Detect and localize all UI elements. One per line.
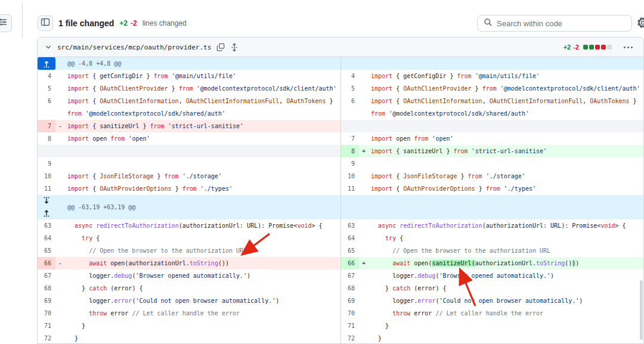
- diff-row: 67 logger.debug('Browser opened automati…: [38, 269, 643, 282]
- code-line: }: [369, 320, 643, 332]
- line-number[interactable]: 9: [38, 157, 55, 170]
- kebab-menu-icon[interactable]: [623, 44, 634, 51]
- line-number[interactable]: 68: [38, 282, 55, 295]
- chevron-down-icon[interactable]: [45, 44, 52, 51]
- file-path[interactable]: src/main/services/mcp/oauth/provider.ts: [57, 44, 211, 51]
- diff-row: 6import { OAuthClientInformation, OAuthC…: [38, 95, 643, 107]
- line-number[interactable]: 5: [38, 82, 55, 95]
- line-number[interactable]: 66: [340, 257, 359, 269]
- scrollbar-thumb[interactable]: [640, 280, 643, 340]
- line-number[interactable]: 64: [38, 232, 55, 244]
- code-line: import { JsonFileStorage } from './stora…: [65, 170, 340, 182]
- copy-icon[interactable]: [216, 43, 225, 51]
- drag-vertical-icon[interactable]: [230, 43, 239, 52]
- line-number[interactable]: 66: [38, 257, 55, 269]
- code-line: // Open the browser to the authorization…: [369, 244, 643, 257]
- line-number[interactable]: [38, 195, 55, 219]
- line-number[interactable]: 11: [38, 182, 55, 195]
- code-line: from '@modelcontextprotocol/sdk/shared/a…: [65, 107, 340, 120]
- diff-marker: [55, 219, 65, 232]
- line-number[interactable]: 67: [340, 269, 359, 282]
- code-line: } catch (error) {: [369, 282, 643, 295]
- line-number[interactable]: [340, 195, 359, 219]
- line-number[interactable]: [340, 120, 359, 132]
- diff-row: 4import { getConfigDir } from '@main/uti…: [38, 70, 643, 82]
- files-changed-title: 1 file changed: [58, 18, 114, 28]
- lines-changed-label: lines changed: [143, 19, 187, 27]
- expand-down-button[interactable]: [38, 195, 55, 207]
- diff-marker: [55, 145, 65, 157]
- line-number[interactable]: 63: [340, 219, 359, 232]
- line-number[interactable]: 6: [38, 95, 55, 107]
- diff-marker: [359, 282, 369, 295]
- line-number[interactable]: 5: [340, 82, 359, 95]
- line-number[interactable]: 63: [38, 219, 55, 232]
- search-input[interactable]: [497, 19, 626, 28]
- diff-marker: [359, 120, 369, 132]
- diffstat-blocks: [583, 45, 612, 49]
- line-number[interactable]: 72: [38, 332, 55, 344]
- diff-row: 68 } catch (error) {68 } catch (error) {: [38, 282, 643, 295]
- line-number[interactable]: 69: [340, 295, 359, 307]
- code-line: logger.debug('Browser opened automatical…: [65, 269, 340, 282]
- diff-row: 8+import { sanitizeUrl } from 'strict-ur…: [38, 145, 643, 157]
- line-number[interactable]: 70: [340, 307, 359, 320]
- expand-up-button[interactable]: [38, 207, 55, 219]
- code-line: [369, 57, 643, 70]
- line-number[interactable]: 70: [38, 307, 55, 320]
- line-number[interactable]: 4: [38, 70, 55, 82]
- diff-marker: [359, 70, 369, 82]
- gear-icon[interactable]: [637, 17, 644, 29]
- diff-row: 66- await open(authorizationUrl.toString…: [38, 257, 643, 269]
- diff-marker: [359, 170, 369, 182]
- line-number[interactable]: 71: [340, 320, 359, 332]
- diff-marker: -: [55, 120, 65, 132]
- diff-marker: [55, 307, 65, 320]
- line-number[interactable]: 64: [340, 232, 359, 244]
- line-number[interactable]: 68: [340, 282, 359, 295]
- line-number[interactable]: 8: [38, 132, 55, 145]
- line-number[interactable]: 8: [340, 145, 359, 157]
- code-line: import { getConfigDir } from '@main/util…: [65, 70, 340, 82]
- code-line: import { getConfigDir } from '@main/util…: [369, 70, 643, 82]
- file-tree-toggle-button[interactable]: [38, 16, 53, 31]
- line-number[interactable]: [38, 57, 55, 70]
- line-number[interactable]: 11: [340, 182, 359, 195]
- search-within-code-box[interactable]: [477, 15, 632, 32]
- line-number[interactable]: 9: [340, 157, 359, 170]
- line-number[interactable]: 71: [38, 320, 55, 332]
- line-number[interactable]: 65: [38, 244, 55, 257]
- code-line: import { sanitizeUrl } from 'strict-url-…: [65, 120, 340, 132]
- diff-marker: +: [359, 257, 369, 269]
- line-number[interactable]: [340, 57, 359, 70]
- line-number[interactable]: 10: [38, 170, 55, 182]
- line-number[interactable]: 7: [340, 132, 359, 145]
- code-line: } catch (error) {: [65, 282, 340, 295]
- line-number[interactable]: 67: [38, 269, 55, 282]
- diff-marker: [359, 95, 369, 107]
- line-number[interactable]: 10: [340, 170, 359, 182]
- line-number[interactable]: [38, 107, 55, 120]
- code-line: // Open the browser to the authorization…: [65, 244, 340, 257]
- diff-marker: [55, 70, 65, 82]
- diff-row: 69 logger.error('Could not open browser …: [38, 295, 643, 307]
- diff-marker: [359, 320, 369, 332]
- line-number[interactable]: 7: [38, 120, 55, 132]
- code-line: async redirectToAuthorization(authorizat…: [369, 219, 643, 232]
- line-number[interactable]: 69: [38, 295, 55, 307]
- filter-button[interactable]: [0, 14, 12, 32]
- line-number[interactable]: 6: [340, 95, 359, 107]
- line-number[interactable]: 65: [340, 244, 359, 257]
- hunk-header: @@ -4,8 +4,8 @@: [65, 57, 340, 70]
- diff-row: 5import { OAuthClientProvider } from '@m…: [38, 82, 643, 95]
- line-number[interactable]: [340, 107, 359, 120]
- line-number[interactable]: 4: [340, 70, 359, 82]
- expand-up-button[interactable]: [38, 57, 55, 70]
- line-number[interactable]: [38, 145, 55, 157]
- line-number[interactable]: 72: [340, 332, 359, 344]
- diff-marker: [359, 57, 369, 70]
- diff-marker: -: [55, 257, 65, 269]
- code-line: await open(authorizationUrl.toString()): [65, 257, 340, 269]
- diff-row: from '@modelcontextprotocol/sdk/shared/a…: [38, 107, 643, 120]
- diff-row: @@ -4,8 +4,8 @@: [38, 57, 643, 70]
